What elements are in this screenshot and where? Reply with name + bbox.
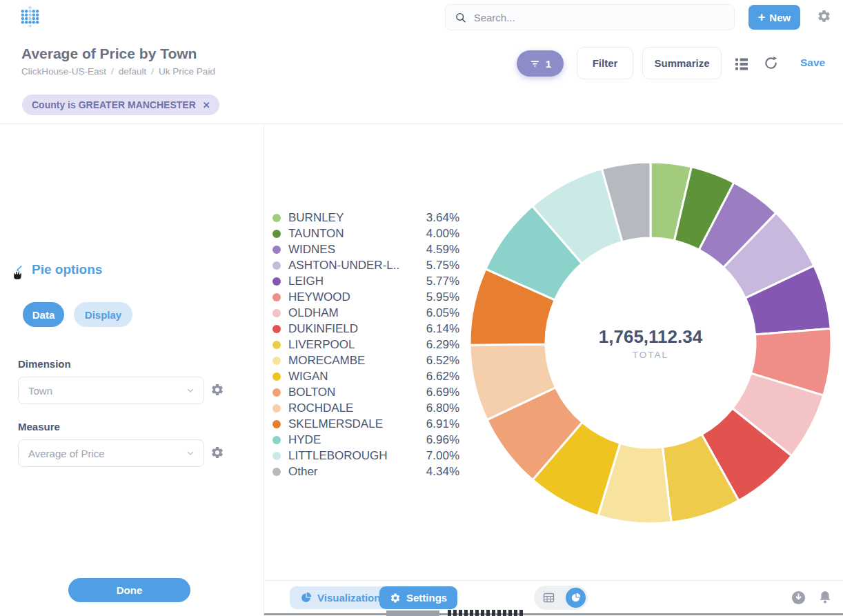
done-button[interactable]: Done xyxy=(68,578,190,602)
page-title[interactable]: Average of Price by Town xyxy=(21,46,197,62)
table-icon[interactable] xyxy=(542,591,555,604)
legend-percent: 6.29% xyxy=(426,338,459,352)
filter-button[interactable]: Filter xyxy=(577,47,633,79)
legend-color-dot xyxy=(272,309,281,317)
legend-label: OLDHAM xyxy=(288,306,426,320)
filter-chip[interactable]: County is GREATER MANCHESTER ✕ xyxy=(22,95,219,115)
legend-item[interactable]: TAUNTON4.00% xyxy=(272,226,459,241)
breadcrumb-database[interactable]: ClickHouse-US-East xyxy=(21,66,106,77)
legend-label: ROCHDALE xyxy=(288,401,426,415)
legend-color-dot xyxy=(272,372,281,381)
download-icon[interactable] xyxy=(791,590,806,606)
settings-button[interactable]: Settings xyxy=(379,586,457,609)
visualization-button[interactable]: Visualization xyxy=(290,586,390,609)
legend-percent: 6.14% xyxy=(426,322,459,336)
close-icon[interactable]: ✕ xyxy=(196,100,219,110)
bell-icon[interactable] xyxy=(817,590,833,605)
legend-item[interactable]: LIVERPOOL6.29% xyxy=(272,337,459,352)
legend-color-dot xyxy=(272,293,281,301)
pie-toggle-active[interactable] xyxy=(566,588,586,608)
clipped-table-edge xyxy=(448,610,524,616)
pie-options-sidebar: Pie options Data Display Dimension Town … xyxy=(0,124,264,616)
legend-percent: 6.52% xyxy=(426,354,459,368)
pie-chart-icon xyxy=(300,592,312,604)
legend-color-dot xyxy=(272,277,281,286)
legend-percent: 7.00% xyxy=(426,449,459,463)
new-button-label: New xyxy=(769,12,791,23)
legend-label: LIVERPOOL xyxy=(288,338,426,352)
plus-icon: + xyxy=(758,11,766,23)
metabase-logo-icon[interactable] xyxy=(21,6,39,28)
breadcrumb-table[interactable]: Uk Price Paid xyxy=(159,66,215,77)
sidebar-title: Pie options xyxy=(32,262,102,277)
legend-percent: 6.62% xyxy=(426,370,459,384)
measure-value: Average of Price xyxy=(28,448,186,459)
legend-percent: 6.91% xyxy=(426,417,459,431)
search-input[interactable] xyxy=(474,12,725,23)
legend-color-dot xyxy=(272,214,281,222)
notebook-icon[interactable] xyxy=(733,55,750,72)
clipped-table-edge xyxy=(386,610,439,616)
refresh-icon[interactable] xyxy=(763,55,779,71)
legend-item[interactable]: Other4.34% xyxy=(272,464,459,479)
legend-item[interactable]: BOLTON6.69% xyxy=(272,384,459,400)
tab-display[interactable]: Display xyxy=(74,302,132,327)
legend-label: BURNLEY xyxy=(288,211,426,225)
filter-chip-label: County is GREATER MANCHESTER xyxy=(32,99,196,110)
legend-item[interactable]: HYDE6.96% xyxy=(272,432,459,448)
chevron-down-icon xyxy=(186,448,195,458)
legend-item[interactable]: OLDHAM6.05% xyxy=(272,305,459,321)
legend-item[interactable]: ASHTON-UNDER-L..5.75% xyxy=(272,257,459,273)
legend-label: LEIGH xyxy=(288,275,426,288)
legend-percent: 6.96% xyxy=(426,433,459,447)
measure-select[interactable]: Average of Price xyxy=(18,439,204,467)
dimension-select[interactable]: Town xyxy=(18,377,204,404)
search-bar[interactable] xyxy=(445,4,735,30)
legend-label: HYDE xyxy=(288,433,426,447)
legend-label: Other xyxy=(288,465,426,479)
legend-item[interactable]: LEIGH5.77% xyxy=(272,273,459,289)
legend-label: TAUNTON xyxy=(288,227,426,241)
legend-item[interactable]: LITTLEBOROUGH7.00% xyxy=(272,448,459,464)
filter-count: 1 xyxy=(546,58,551,70)
funnel-icon xyxy=(529,58,541,70)
legend-label: LITTLEBOROUGH xyxy=(288,449,426,463)
legend-item[interactable]: MORECAMBE6.52% xyxy=(272,352,459,368)
save-button[interactable]: Save xyxy=(800,57,825,69)
legend-percent: 3.64% xyxy=(426,211,459,225)
legend-percent: 5.77% xyxy=(426,275,459,288)
legend-item[interactable]: BURNLEY3.64% xyxy=(272,210,459,226)
legend-item[interactable]: WIDNES4.59% xyxy=(272,241,459,257)
legend-color-dot xyxy=(272,420,281,428)
new-button[interactable]: + New xyxy=(748,5,800,30)
legend-item[interactable]: WIGAN6.62% xyxy=(272,368,459,384)
legend-percent: 5.95% xyxy=(426,290,459,304)
legend-percent: 4.00% xyxy=(426,227,459,241)
visualization-area: BURNLEY3.64%TAUNTON4.00%WIDNES4.59%ASHTO… xyxy=(264,124,843,580)
legend-item[interactable]: SKELMERSDALE6.91% xyxy=(272,416,459,432)
tab-data[interactable]: Data xyxy=(23,302,64,327)
gear-icon xyxy=(390,593,401,604)
legend-label: DUKINFIELD xyxy=(288,322,426,336)
gear-icon[interactable] xyxy=(817,9,831,23)
legend-label: SKELMERSDALE xyxy=(288,417,426,431)
legend-percent: 4.59% xyxy=(426,243,459,257)
legend-color-dot xyxy=(272,246,281,254)
search-icon xyxy=(455,11,467,24)
chevron-left-icon[interactable] xyxy=(14,264,26,276)
legend-item[interactable]: DUKINFIELD6.14% xyxy=(272,321,459,337)
legend-label: WIGAN xyxy=(288,370,426,384)
summarize-button[interactable]: Summarize xyxy=(642,47,722,79)
legend-color-dot xyxy=(272,404,281,413)
bottom-bar: Visualization Settings xyxy=(264,580,843,616)
filter-count-pill[interactable]: 1 xyxy=(517,50,564,77)
measure-gear-icon[interactable] xyxy=(210,446,224,459)
clipped-table-edge xyxy=(264,613,843,615)
settings-label: Settings xyxy=(406,592,447,604)
dimension-gear-icon[interactable] xyxy=(210,383,224,397)
legend-color-dot xyxy=(272,341,281,349)
legend-item[interactable]: HEYWOOD5.95% xyxy=(272,289,459,305)
breadcrumb-schema[interactable]: default xyxy=(119,66,147,77)
legend-item[interactable]: ROCHDALE6.80% xyxy=(272,400,459,416)
breadcrumb: ClickHouse-US-East / default / Uk Price … xyxy=(21,66,215,77)
